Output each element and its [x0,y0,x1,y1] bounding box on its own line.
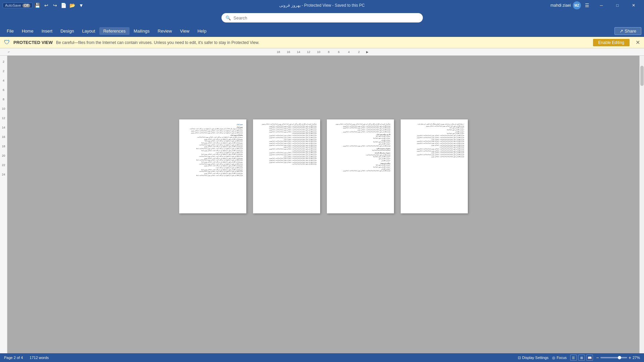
menu-view[interactable]: View [176,27,193,35]
page-1-content: بهروز ایران بهروز ایران من هرگزی از تهرا… [183,123,243,176]
ruler-vnum-22: 22 [2,160,5,170]
document-title: بهروز قرونی - Protected View - Saved to … [279,3,365,8]
word-count: 1712 words [30,356,49,360]
zoom-slider[interactable] [600,357,627,358]
page-2-content: هرگزی از کمبری این اعلام این اعلام می‌گف… [256,123,317,165]
share-button[interactable]: ↗ Share [614,27,641,35]
open-button[interactable]: 📂 [69,2,76,9]
statusbar: Page 2 of 4 1712 words ⊡ Display Setting… [0,353,644,362]
zoom-thumb [618,356,621,359]
redo-button[interactable]: ↪ [51,2,59,9]
titlebar: AutoSave Off 💾 ↩ ↪ 📄 📂 ▼ بهروز قرونی - P… [0,0,644,11]
page-1: بهروز ایران بهروز ایران من هرگزی از تهرا… [179,119,246,213]
undo-button[interactable]: ↩ [43,2,50,9]
search-icon: 🔍 [226,15,231,20]
ruler-num-12: 12 [304,50,314,54]
page-3-content: هرگزی از کمبری این اعلام این اعلام می‌گف… [330,123,391,172]
web-layout-button[interactable]: ⊞ [578,355,585,361]
display-settings-label: Display Settings [522,356,549,360]
ruler-vnum-2b: 2 [2,66,5,76]
zoom-control: − + 27% [596,355,640,360]
ruler-vnum-4: 4 [2,76,5,85]
enable-editing-button[interactable]: Enable Editing [593,39,630,46]
ruler-num-14: 14 [294,50,304,54]
searchbar-row: 🔍 [0,11,644,25]
status-right: ⊡ Display Settings ◎ Focus ☰ ⊞ 📖 − + 27% [518,355,640,361]
page-3-sub3: مسیریاب و هم بطل حکم شد: [330,152,391,154]
menu-home[interactable]: Home [18,27,38,35]
page-1-sub2: واسطه‌نامه بهروز ایران: [183,134,243,136]
vertical-scrollbar[interactable] [639,56,644,353]
page-1-heading: بهروز ایران [183,123,243,125]
page-1-sub1: بهروز ایران [183,126,243,128]
window-controls: ─ □ ✕ [594,0,641,11]
display-settings-button[interactable]: ⊡ Display Settings [518,356,549,360]
ruler-vnum-10: 10 [2,104,5,113]
read-mode-button[interactable]: 📖 [586,355,593,361]
user-info: mahdi ziaei MZ [550,1,581,9]
save-button[interactable]: 💾 [34,2,41,9]
page-4-content: • مسئله قانونی این سلامت و سازمانی بهروز… [404,123,464,158]
menu-design[interactable]: Design [56,27,78,35]
ruler-vnum-8: 8 [2,95,5,104]
autosave-label: AutoSave [5,3,21,7]
ruler-corner: ⌐ [8,50,10,54]
zoom-out-button[interactable]: − [596,355,599,360]
ruler-num-6: 6 [334,50,344,54]
horizontal-ruler: ⌐ 18 16 14 12 10 8 6 4 2 ▶ [0,48,644,56]
menu-references[interactable]: References [99,27,130,35]
new-document-button[interactable]: 📄 [60,2,67,9]
protected-label: PROTECTED VIEW [13,40,53,45]
ruler-vnum-2a: 2 [2,57,5,66]
restore-button[interactable]: □ [610,0,625,11]
focus-icon: ◎ [552,356,555,360]
share-icon: ↗ [620,29,623,34]
menu-layout[interactable]: Layout [78,27,99,35]
titlebar-left: AutoSave Off 💾 ↩ ↪ 📄 📂 ▼ [3,2,215,9]
document-canvas[interactable]: بهروز ایران بهروز ایران من هرگزی از تهرا… [7,56,639,353]
customize-button[interactable]: ▼ [78,2,85,9]
quick-access-toolbar: AutoSave Off 💾 ↩ ↪ 📄 📂 ▼ [3,2,85,9]
protected-view-bar: 🛡 PROTECTED VIEW Be careful—files from t… [0,37,644,48]
main-area: 2 2 4 6 8 10 12 14 16 18 20 22 24 بهروز … [0,56,644,353]
menu-insert[interactable]: Insert [38,27,57,35]
ruler-vnum-24: 24 [2,170,5,179]
scroll-thumb[interactable] [640,66,644,86]
ruler-num-8: 8 [324,50,334,54]
ribbon-display-button[interactable]: ☰ [584,2,591,9]
minimize-button[interactable]: ─ [594,0,609,11]
ruler-vnum-20: 20 [2,151,5,160]
focus-button[interactable]: ◎ Focus [552,356,567,360]
menubar: File Home Insert Design Layout Reference… [0,25,644,37]
print-layout-button[interactable]: ☰ [570,355,577,361]
search-input[interactable] [234,15,419,20]
focus-label: Focus [557,356,567,360]
zoom-in-button[interactable]: + [629,355,631,360]
menu-mailings[interactable]: Mailings [130,27,154,35]
search-box: 🔍 [221,13,423,22]
ruler-arrow: ▶ [364,50,371,54]
close-protected-bar-button[interactable]: ✕ [636,39,640,46]
page-2: هرگزی از کمبری این اعلام این اعلام می‌گف… [253,119,320,213]
ruler-vnum-14: 14 [2,123,5,132]
autosave-toggle[interactable]: AutoSave Off [3,3,33,8]
share-label: Share [625,29,636,34]
status-left: Page 2 of 4 1712 words [4,356,49,360]
titlebar-title: بهروز قرونی - Protected View - Saved to … [215,3,428,8]
ruler-vnum-16: 16 [2,132,5,142]
menu-help[interactable]: Help [193,27,210,35]
autosave-state[interactable]: Off [22,4,30,7]
display-settings-icon: ⊡ [518,356,521,360]
menu-review[interactable]: Review [154,27,176,35]
ruler-num-10: 10 [314,50,324,54]
avatar[interactable]: MZ [573,1,581,9]
ruler-num-16: 16 [284,50,294,54]
menu-file[interactable]: File [3,27,18,35]
ruler-vnum-12: 12 [2,113,5,123]
close-button[interactable]: ✕ [626,0,641,11]
protected-message: Be careful—files from the Internet can c… [56,40,590,45]
ruler-num-4: 4 [344,50,354,54]
titlebar-right: mahdi ziaei MZ ☰ ─ □ ✕ [429,0,641,11]
page-4: • مسئله قانونی این سلامت و سازمانی بهروز… [401,119,468,213]
avatar-initials: MZ [575,4,579,7]
